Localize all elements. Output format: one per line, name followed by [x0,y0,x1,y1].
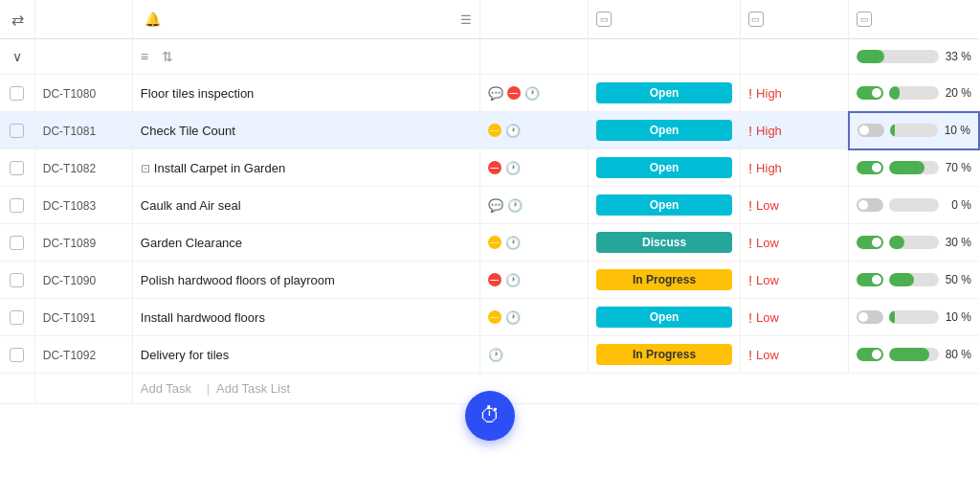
checkbox-cell[interactable] [0,187,34,224]
task-id: DC-T1090 [43,274,96,287]
task-name-cell: Check Tile Count [132,112,479,149]
progress-bar-bg [890,124,938,137]
row-checkbox[interactable] [10,124,24,138]
status-badge[interactable]: Discuss [596,232,732,253]
task-name: Install Carpet in Garden [154,161,285,175]
status-badge[interactable]: Open [596,194,732,216]
progress-label: 70 % [945,161,971,174]
checkbox-cell[interactable] [0,112,34,149]
progress-cell: 70 % [849,149,979,187]
add-task-button[interactable]: Add Task [141,381,191,396]
row-checkbox[interactable] [10,198,24,213]
task-id: DC-T1092 [43,349,96,362]
progress-toggle[interactable] [857,86,883,100]
checkbox-cell[interactable] [0,299,34,336]
table-row: DC-T1080Floor tiles inspection💬—🕐Open!Hi… [0,75,979,112]
progress-toggle[interactable] [857,348,883,361]
task-name: Garden Clearance [141,236,242,250]
group-progress-bar [857,50,939,63]
progress-label: 30 % [945,236,971,249]
row-icons-cell: 🕐 [479,336,588,374]
task-name: Floor tiles inspection [141,86,255,101]
task-id-cell: DC-T1090 [34,262,132,299]
divider: | [207,381,210,396]
group-progress-label: 33 % [945,50,971,63]
priority-value: Low [756,236,779,250]
status-cell[interactable]: Open [589,187,741,224]
task-id: DC-T1089 [43,237,96,250]
row-checkbox[interactable] [10,310,24,325]
status-cell[interactable]: Open [589,75,741,112]
checkbox-cell[interactable] [0,336,34,374]
th-collapse[interactable]: ⇄ [0,0,34,39]
progress-cell: 10 % [849,299,979,336]
row-checkbox[interactable] [10,273,24,287]
priority-exclaim-icon: ! [748,235,752,251]
group-id-cell [34,39,132,75]
priority-value: High [756,161,782,175]
progress-toggle[interactable] [857,310,883,324]
status-cell[interactable]: Discuss [589,224,741,262]
progress-bar-bg [889,273,939,286]
task-id-cell: DC-T1081 [34,112,132,149]
status-cell[interactable]: Open [589,299,741,336]
checkbox-cell[interactable] [0,149,34,187]
task-id-cell: DC-T1083 [34,187,132,224]
progress-bar-fill [889,273,914,286]
status-badge[interactable]: Open [596,82,732,103]
task-table-wrapper: ⇄ 🔔 ☰ ▭ [0,0,980,479]
progress-label: 0 % [945,198,971,212]
row-checkbox[interactable] [10,348,24,362]
fab-timer-icon: ⏱ [479,403,501,428]
checkbox-cell[interactable] [0,75,34,112]
progress-label: 80 % [945,348,971,361]
progress-bar-fill [889,86,899,100]
progress-toggle[interactable] [857,236,883,249]
checkbox-cell[interactable] [0,262,34,299]
row-checkbox[interactable] [10,161,24,175]
status-badge[interactable]: Open [596,120,732,141]
priority-cell: !Low [740,224,848,262]
block-red-icon: — [507,86,521,100]
status-badge[interactable]: Open [596,157,732,178]
block-red-icon: — [488,273,501,286]
block-yellow-icon: — [488,310,501,324]
status-cell[interactable]: Open [589,112,741,149]
progress-toggle[interactable] [857,161,883,174]
fab-button[interactable]: ⏱ [465,391,515,441]
task-id-cell: DC-T1089 [34,224,132,262]
task-name: Install hardwood floors [141,310,265,325]
priority-value: Low [756,310,779,325]
progress-bar-bg [889,198,939,212]
status-badge[interactable]: In Progress [596,344,732,365]
collapse-all-button[interactable]: ⇄ [8,10,27,29]
progress-bar-bg [889,86,939,100]
progress-toggle[interactable] [857,273,883,286]
status-badge[interactable]: Open [596,307,732,328]
progress-bar-fill [889,310,894,324]
progress-bar-fill [890,124,895,137]
task-id: DC-T1080 [43,87,96,101]
priority-exclaim-icon: ! [748,309,752,326]
checkbox-cell[interactable] [0,224,34,262]
task-name-cell: Garden Clearance [132,224,479,262]
table-row: DC-T1083Caulk and Air seal💬🕐Open!Low 0 % [0,187,979,224]
row-checkbox[interactable] [10,236,24,250]
status-cell[interactable]: Open [589,149,741,187]
group-collapse-cell[interactable]: ∨ [0,39,34,75]
th-priority: ▭ [740,0,848,39]
status-cell[interactable]: In Progress [589,336,741,374]
status-badge[interactable]: In Progress [596,269,732,290]
add-task-list-button[interactable]: Add Task List [216,381,290,396]
add-task-id [34,374,132,404]
group-sort-icon[interactable]: ⇅ [162,49,173,64]
progress-label: 10 % [944,124,970,137]
group-collapse-button[interactable]: ∨ [8,47,27,66]
progress-toggle[interactable] [858,124,884,137]
row-checkbox[interactable] [10,86,24,101]
filter-icon[interactable]: ☰ [460,12,472,27]
status-cell[interactable]: In Progress [589,262,741,299]
task-id-cell: DC-T1091 [34,299,132,336]
progress-bar-fill [889,161,924,174]
progress-toggle[interactable] [857,198,883,212]
